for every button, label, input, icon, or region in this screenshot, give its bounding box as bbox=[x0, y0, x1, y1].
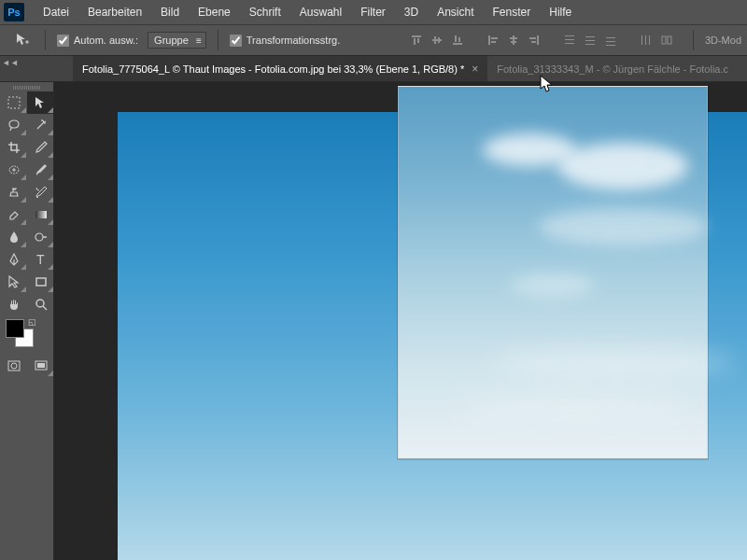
foreground-color-swatch[interactable] bbox=[6, 319, 24, 338]
document-tab-inactive[interactable]: Fotolia_31333343_M - © Jürgen Fälchle - … bbox=[487, 56, 738, 81]
transform-controls-label: Transformationsstrg. bbox=[247, 35, 340, 46]
align-right-icon[interactable] bbox=[525, 31, 543, 49]
patch-tool-icon[interactable] bbox=[0, 159, 27, 181]
distribute-bottom-icon[interactable] bbox=[601, 31, 620, 49]
align-vcenter-icon[interactable] bbox=[428, 31, 446, 49]
svg-rect-25 bbox=[606, 41, 615, 42]
gradient-tool-icon[interactable] bbox=[27, 203, 54, 226]
svg-rect-19 bbox=[565, 39, 574, 40]
svg-rect-10 bbox=[491, 37, 498, 39]
document-tabstrip: ◄◄ Fotolia_7775064_L © Thaut Images - Fo… bbox=[0, 56, 747, 82]
menu-filter[interactable]: Filter bbox=[351, 6, 395, 19]
separator bbox=[218, 30, 218, 50]
menu-auswahl[interactable]: Auswahl bbox=[290, 6, 351, 19]
path-select-tool-icon[interactable] bbox=[0, 271, 27, 293]
auto-select-value: Gruppe bbox=[154, 35, 189, 46]
document-tab-active[interactable]: Fotolia_7775064_L © Thaut Images - Fotol… bbox=[73, 56, 487, 81]
toolbox-grip[interactable] bbox=[0, 84, 53, 91]
dodge-tool-icon[interactable] bbox=[27, 226, 54, 248]
svg-rect-5 bbox=[438, 37, 440, 43]
menu-datei[interactable]: Datei bbox=[34, 6, 78, 19]
svg-rect-18 bbox=[565, 35, 574, 36]
menu-3d[interactable]: 3D bbox=[395, 6, 428, 19]
auto-select-label: Autom. ausw.: bbox=[74, 35, 138, 46]
svg-rect-7 bbox=[455, 35, 457, 42]
distribute-vcenter-icon[interactable] bbox=[581, 31, 599, 49]
quickmask-tool-icon[interactable] bbox=[0, 355, 27, 377]
auto-select-input[interactable] bbox=[57, 35, 69, 47]
align-group-1 bbox=[407, 31, 467, 49]
move-tool-icon[interactable] bbox=[13, 30, 34, 50]
document-tab-label: Fotolia_7775064_L © Thaut Images - Fotol… bbox=[82, 63, 464, 75]
svg-rect-32 bbox=[8, 97, 20, 108]
cloud-graphic bbox=[455, 395, 698, 418]
menu-bearbeiten[interactable]: Bearbeiten bbox=[78, 6, 151, 19]
svg-rect-37 bbox=[36, 278, 46, 286]
distribute-top-icon[interactable] bbox=[560, 31, 579, 49]
svg-rect-4 bbox=[434, 36, 436, 44]
marquee-tool-icon[interactable] bbox=[0, 91, 27, 114]
transform-controls-input[interactable] bbox=[230, 35, 242, 47]
svg-rect-29 bbox=[649, 35, 650, 45]
svg-rect-6 bbox=[453, 43, 462, 45]
canvas-area[interactable] bbox=[54, 82, 747, 560]
svg-rect-14 bbox=[511, 41, 516, 43]
menu-ansicht[interactable]: Ansicht bbox=[428, 6, 483, 19]
auto-select-dropdown[interactable]: Gruppe bbox=[148, 32, 206, 49]
hand-tool-icon[interactable] bbox=[0, 293, 27, 315]
distribute-left-icon[interactable] bbox=[637, 31, 655, 49]
cloud-graphic bbox=[557, 143, 688, 189]
svg-rect-34 bbox=[35, 211, 47, 218]
close-icon[interactable]: × bbox=[472, 63, 478, 76]
svg-rect-28 bbox=[645, 35, 646, 45]
options-bar: Autom. ausw.: Gruppe Transformationsstrg… bbox=[0, 24, 747, 56]
svg-rect-0 bbox=[412, 35, 421, 37]
align-top-icon[interactable] bbox=[407, 31, 426, 49]
cloud-graphic bbox=[492, 348, 735, 376]
menu-ebene[interactable]: Ebene bbox=[189, 6, 240, 19]
align-group-2 bbox=[484, 31, 543, 49]
eraser-tool-icon[interactable] bbox=[0, 203, 27, 226]
auto-select-checkbox[interactable]: Autom. ausw.: bbox=[57, 35, 138, 47]
screenmode-tool-icon[interactable] bbox=[27, 355, 54, 377]
zoom-tool-icon[interactable] bbox=[27, 293, 54, 315]
menu-bild[interactable]: Bild bbox=[151, 6, 189, 19]
move-tool-icon[interactable] bbox=[27, 91, 54, 114]
cloud-graphic bbox=[511, 273, 595, 297]
svg-rect-2 bbox=[417, 38, 419, 43]
svg-rect-3 bbox=[432, 39, 442, 41]
default-colors-icon[interactable]: ◱ bbox=[28, 317, 36, 327]
magic-wand-tool-icon[interactable] bbox=[27, 114, 54, 136]
svg-rect-42 bbox=[37, 363, 45, 368]
lasso-tool-icon[interactable] bbox=[0, 114, 27, 136]
align-bottom-icon[interactable] bbox=[448, 31, 467, 49]
brush-tool-icon[interactable] bbox=[27, 159, 54, 181]
history-brush-tool-icon[interactable] bbox=[27, 181, 54, 203]
crop-tool-icon[interactable] bbox=[0, 136, 27, 159]
menu-schrift[interactable]: Schrift bbox=[240, 6, 290, 19]
cloud-graphic bbox=[483, 133, 576, 166]
separator bbox=[45, 30, 46, 50]
menu-fenster[interactable]: Fenster bbox=[484, 6, 541, 19]
clone-stamp-tool-icon[interactable] bbox=[0, 181, 27, 203]
pen-tool-icon[interactable] bbox=[0, 248, 27, 271]
svg-rect-26 bbox=[606, 45, 615, 46]
menu-hilfe[interactable]: Hilfe bbox=[540, 6, 581, 19]
blur-tool-icon[interactable] bbox=[0, 226, 27, 248]
svg-rect-16 bbox=[529, 37, 536, 39]
collapse-handle-icon[interactable]: ◄◄ bbox=[4, 56, 17, 81]
rectangle-tool-icon[interactable] bbox=[27, 271, 54, 293]
svg-rect-13 bbox=[510, 37, 517, 39]
svg-rect-21 bbox=[585, 36, 595, 37]
eyedropper-tool-icon[interactable] bbox=[27, 136, 54, 159]
color-swatches: ◱ bbox=[0, 315, 53, 355]
toolbox: T ◱ bbox=[0, 82, 54, 560]
auto-align-icon[interactable] bbox=[657, 31, 676, 49]
align-hcenter-icon[interactable] bbox=[504, 31, 523, 49]
align-left-icon[interactable] bbox=[484, 31, 502, 49]
canvas-layer-overlay[interactable] bbox=[398, 86, 708, 459]
transform-controls-checkbox[interactable]: Transformationsstrg. bbox=[230, 35, 340, 47]
type-tool-icon[interactable]: T bbox=[27, 248, 54, 271]
svg-rect-22 bbox=[585, 40, 595, 41]
svg-rect-15 bbox=[537, 35, 539, 45]
